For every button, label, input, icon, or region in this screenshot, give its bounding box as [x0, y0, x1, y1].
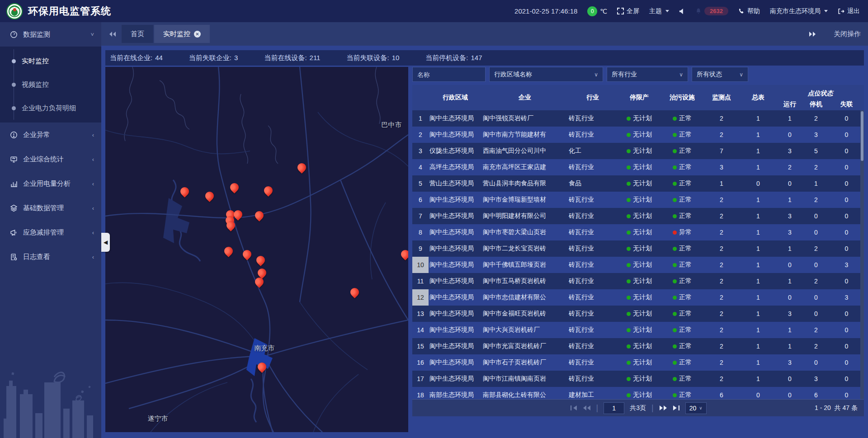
sidebar-item-power-analysis[interactable]: 企业用电量分析 ‹	[0, 171, 101, 196]
table-row[interactable]: 11 阆中生态环境局 阆中市五马桥页岩机砖 砖瓦行业 无计划 正常	[412, 273, 864, 289]
table-row[interactable]: 14 阆中生态环境局 阆中大兴页岩机砖厂 砖瓦行业 无计划 正常	[412, 322, 864, 338]
table-row[interactable]: 13 阆中生态环境局 阆中市金福旺页岩机砖 砖瓦行业 无计划 正常	[412, 306, 864, 322]
table-row[interactable]: 8 阆中生态环境局 阆中市枣碧大梁山页岩 砖瓦行业 无计划 异常	[412, 224, 864, 240]
table-row[interactable]: 7 阆中生态环境局 阆中明阳建材有限公司 砖瓦行业 无计划 正常	[412, 208, 864, 224]
prev-page-button[interactable]	[582, 405, 590, 411]
table-row[interactable]: 17 阆中生态环境局 阆中市江南镇阆南页岩 砖瓦行业 无计划 正常	[412, 371, 864, 387]
tab-home[interactable]: 首页	[122, 25, 153, 43]
cell-meter: 1	[740, 115, 777, 122]
sidebar-collapse-handle[interactable]: ◀	[101, 233, 110, 252]
status-dot-icon	[627, 149, 631, 153]
last-page-button[interactable]	[673, 405, 680, 411]
cell-region: 阆中生态环境局	[429, 131, 482, 139]
region-select[interactable]: 行政区域名称∨	[489, 67, 603, 82]
table-row[interactable]: 3 仪陇生态环境局 西南油气田分公司川中 化工 无计划 正常 7	[412, 143, 864, 159]
next-page-button[interactable]	[659, 405, 667, 411]
tab-realtime-monitor[interactable]: 实时监控 ✕	[154, 25, 210, 43]
speaker-icon[interactable]	[679, 8, 685, 14]
map[interactable]: 巴中市 南充市 遂宁市	[105, 67, 408, 432]
cell-region: 阆中生态环境局	[429, 293, 482, 301]
industry-select[interactable]: 所有行业∨	[607, 67, 688, 82]
table-row[interactable]: 5 营山生态环境局 营山县润丰肉食品有限 食品 无计划 正常 1	[412, 175, 864, 192]
cell-stop: 3	[803, 375, 829, 382]
cell-points: 2	[703, 359, 740, 366]
cell-stop: 0	[803, 310, 829, 317]
sidebar-item-logs[interactable]: 日志查看 ‹	[0, 245, 101, 269]
sidebar-item-base-data[interactable]: 基础数据管理 ‹	[0, 196, 101, 220]
cell-meter: 1	[740, 375, 777, 382]
col-industry: 行业	[568, 94, 618, 102]
cell-company: 阆中市江南镇阆南页岩	[482, 375, 568, 383]
close-tab-icon[interactable]: ✕	[194, 31, 201, 38]
table-row[interactable]: 18 南部生态环境局 南部县砌化土砖有限公 建材加工 无计划 正常	[412, 387, 864, 399]
cell-meter: 1	[740, 310, 777, 317]
cell-region: 阆中生态环境局	[429, 261, 482, 269]
cell-industry: 砖瓦行业	[568, 310, 618, 318]
org-dropdown[interactable]: 南充市生态环境局	[770, 7, 828, 15]
cell-company: 阆中市二龙长宝页岩砖	[482, 245, 568, 253]
cell-meter: 1	[740, 359, 777, 366]
bullet-dot-icon	[12, 83, 16, 87]
exit-button[interactable]: 退出	[838, 7, 860, 15]
cell-industry: 砖瓦行业	[568, 212, 618, 220]
table-row[interactable]: 6 阆中生态环境局 阆中市金博瑞新型墙材 砖瓦行业 无计划 正常	[412, 192, 864, 208]
cell-points: 2	[703, 196, 740, 203]
cell-meter: 0	[740, 180, 777, 187]
cell-region: 阆中生态环境局	[429, 342, 482, 350]
cell-industry: 建材加工	[568, 391, 618, 399]
submenu-item[interactable]: 企业电力负荷明细	[0, 96, 101, 120]
table-row[interactable]: 10 阆中生态环境局 阆中千佛镇五郎垭页岩 砖瓦行业 无计划 正常	[412, 257, 864, 273]
submenu-item[interactable]: 视频监控	[0, 73, 101, 96]
name-search-input[interactable]	[412, 67, 486, 82]
cell-facility-status: 正常	[661, 212, 703, 220]
cell-stop: 2	[803, 245, 829, 252]
status-dot-icon	[627, 279, 631, 283]
table-row[interactable]: 2 阆中生态环境局 阆中市南方节能建材有 砖瓦行业 无计划 正常	[412, 127, 864, 143]
theme-dropdown[interactable]: 主题	[649, 7, 669, 15]
tabs-scroll-right-button[interactable]	[803, 31, 822, 37]
table-row[interactable]: 16 阆中生态环境局 阆中市石子页岩机砖厂 砖瓦行业 无计划 正常	[412, 354, 864, 371]
cell-points: 2	[703, 212, 740, 220]
cell-company: 南充市高坪区王家店建	[482, 163, 568, 171]
cell-company: 阆中市南方节能建材有	[482, 131, 568, 139]
notifications[interactable]: 2632	[695, 7, 728, 15]
scrollbar-thumb[interactable]	[861, 111, 863, 161]
first-page-button[interactable]	[570, 405, 577, 411]
cell-region: 仪陇生态环境局	[429, 147, 482, 155]
cell-industry: 砖瓦行业	[568, 228, 618, 236]
cell-run: 1	[777, 343, 803, 350]
cell-halt-status: 无计划	[618, 196, 661, 204]
tabs-scroll-left-button[interactable]	[103, 31, 122, 37]
page-number-input[interactable]	[604, 402, 624, 414]
sidebar-item-enterprise-abnormal[interactable]: 企业异常 ‹	[0, 122, 101, 147]
status-dot-icon	[673, 182, 677, 186]
cell-halt-status: 无计划	[618, 342, 661, 350]
status-dot-icon	[673, 214, 677, 218]
cell-meter: 1	[740, 196, 777, 203]
help-button[interactable]: 帮助	[738, 7, 760, 15]
table-row[interactable]: 1 阆中生态环境局 阆中强锐页岩砖厂 砖瓦行业 无计划 正常 2	[412, 110, 864, 127]
submenu-item[interactable]: 实时监控	[0, 49, 101, 73]
close-operations-button[interactable]: 关闭操作	[834, 30, 861, 38]
table-row[interactable]: 9 阆中生态环境局 阆中市二龙长宝页岩砖 砖瓦行业 无计划 正常	[412, 240, 864, 257]
record-range-label: 1 - 20 共 47 条	[815, 404, 858, 412]
sidebar-item-enterprise-stats[interactable]: 企业综合统计 ‹	[0, 147, 101, 171]
status-dot-icon	[673, 263, 677, 267]
sidebar-item-data-monitor[interactable]: 数据监测 ˅	[0, 22, 101, 47]
page-size-select[interactable]: 20∨	[685, 402, 707, 414]
table-row[interactable]: 12 阆中生态环境局 阆中市忠信建材有限公 砖瓦行业 无计划 正常	[412, 289, 864, 306]
table-row[interactable]: 4 高坪生态环境局 南充市高坪区王家店建 砖瓦行业 无计划 正常	[412, 159, 864, 175]
fullscreen-button[interactable]: 全屏	[617, 7, 639, 15]
table-scrollbar[interactable]	[860, 110, 864, 399]
sidebar-item-emergency[interactable]: 应急减排管理 ‹	[0, 220, 101, 245]
cell-company: 阆中大兴页岩机砖厂	[482, 326, 568, 334]
cell-lost: 0	[829, 278, 864, 285]
table-row[interactable]: 15 阆中生态环境局 阆中市光富页岩机砖厂 砖瓦行业 无计划 正常	[412, 338, 864, 354]
cell-region: 阆中生态环境局	[429, 358, 482, 367]
status-select[interactable]: 所有状态∨	[692, 67, 748, 82]
status-dot-icon	[627, 393, 631, 397]
status-dot-icon	[627, 133, 631, 137]
cell-company: 阆中市金博瑞新型墙材	[482, 196, 568, 204]
cell-points: 3	[703, 164, 740, 171]
cell-stop: 0	[803, 261, 829, 268]
